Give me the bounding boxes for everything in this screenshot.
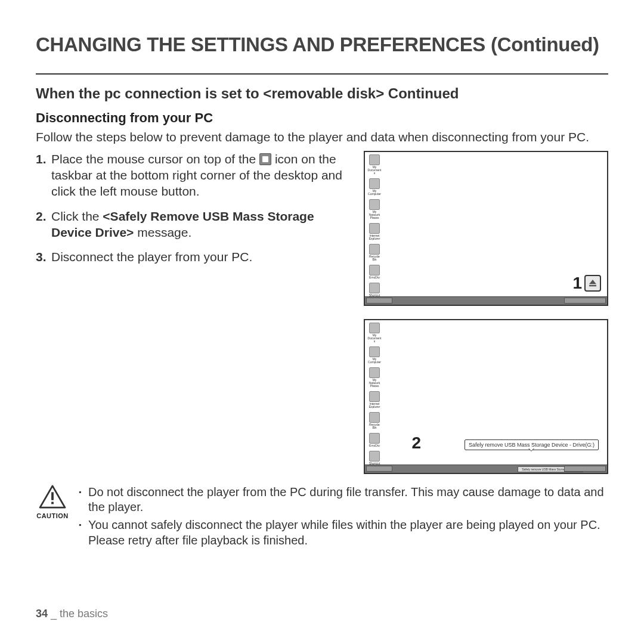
caution-triangle-icon <box>39 485 66 509</box>
desktop-icon: My Computer <box>367 346 382 364</box>
desktop-icon: My Computer <box>367 178 382 196</box>
tray-eject-icon <box>584 275 601 292</box>
desktop-icon: Internet Explorer <box>367 391 382 408</box>
safely-remove-hardware-icon <box>259 153 271 165</box>
caution-item: Do not disconnect the player from the PC… <box>79 485 608 515</box>
screenshot-desktop-1: My Documents My Computer My Network Plac… <box>364 151 608 306</box>
svg-rect-2 <box>51 501 54 504</box>
step-1: Place the mouse cursor on top of the ico… <box>51 151 347 200</box>
step-2-text-a: Click the <box>51 209 103 223</box>
intro-paragraph: Follow the steps below to prevent damage… <box>36 129 608 145</box>
callout-number-1: 1 <box>572 274 582 293</box>
start-button <box>366 298 392 304</box>
screenshot-desktop-2: My Documents My Computer My Network Plac… <box>364 319 608 474</box>
desktop-icon: EmoDio <box>367 433 382 447</box>
caution-label: CAUTION <box>36 512 69 519</box>
system-tray <box>564 298 606 304</box>
title-divider <box>36 73 608 75</box>
start-button <box>366 466 392 472</box>
step-2: Click the <Safely Remove USB Mass Storag… <box>51 208 347 241</box>
step-3: Disconnect the player from your PC. <box>51 249 347 265</box>
desktop-icon: My Network Places <box>367 367 382 388</box>
desktop-icon: Shortcut <box>367 283 382 297</box>
desktop-icon: Recycle Bin <box>367 244 382 261</box>
step-1-text-a: Place the mouse cursor on top of the <box>51 152 259 166</box>
safely-remove-tooltip: Safely remove USB Mass Storage Device - … <box>465 439 599 450</box>
page-footer: 34 _ the basics <box>36 608 108 620</box>
svg-rect-1 <box>51 492 54 500</box>
caution-item: You cannot safely disconnect the player … <box>79 518 608 548</box>
step-2-text-b: message. <box>137 225 191 239</box>
section-heading: Disconnecting from your PC <box>36 110 608 126</box>
svg-rect-0 <box>589 285 596 286</box>
page-number: 34 <box>36 608 48 620</box>
desktop-icon: My Documents <box>367 154 382 175</box>
desktop-icon: EmoDio <box>367 265 382 279</box>
desktop-icon: Internet Explorer <box>367 223 382 240</box>
taskbar: Safely remove USB Mass Storage Device - … <box>365 465 607 473</box>
callout-number-2: 2 <box>411 434 421 453</box>
footer-section: the basics <box>60 608 108 620</box>
desktop-icon: My Network Places <box>367 199 382 219</box>
desktop-icon: Shortcut <box>367 451 382 465</box>
taskbar <box>365 296 607 305</box>
section-subtitle: When the pc connection is set to <remova… <box>36 85 608 102</box>
page-title: CHANGING THE SETTINGS AND PREFERENCES (C… <box>36 33 608 57</box>
desktop-icon: Recycle Bin <box>367 412 382 429</box>
desktop-icon: My Documents <box>367 323 382 343</box>
system-tray <box>564 466 606 472</box>
